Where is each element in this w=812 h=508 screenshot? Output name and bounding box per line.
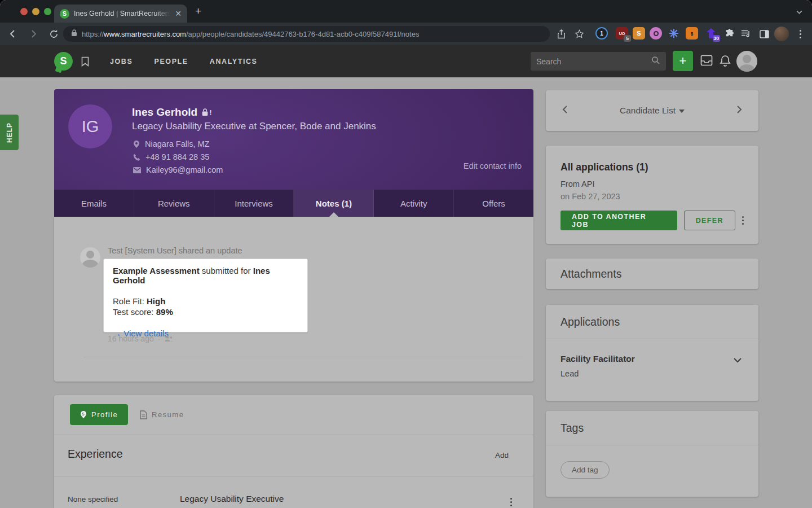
app-navbar: S JOBS PEOPLE ANALYTICS + <box>0 45 812 77</box>
search-icon <box>651 56 660 67</box>
purple-arrow-extension-icon[interactable]: 30 <box>705 27 717 40</box>
tab-search-chevron-icon[interactable] <box>796 8 803 18</box>
shield-extension-icon[interactable]: UO5 <box>616 27 628 40</box>
candidate-list-nav-card: Candidate List <box>546 90 758 131</box>
tab-activity[interactable]: Activity <box>374 190 454 217</box>
media-playlist-icon[interactable] <box>738 25 754 42</box>
meta-separator: · <box>158 334 161 343</box>
phone-icon <box>133 154 140 161</box>
contact-info: Niagara Falls, MZ +48 91 884 28 35 Kaile… <box>133 139 223 174</box>
side-panel-icon[interactable] <box>756 25 773 42</box>
help-tab[interactable]: HELP <box>0 115 19 150</box>
location-pin-icon <box>133 140 140 148</box>
candidate-location: Niagara Falls, MZ <box>133 139 223 148</box>
shared-people-icon <box>164 335 173 342</box>
browser-menu-kebab-icon[interactable] <box>792 25 809 42</box>
note-author-avatar <box>80 247 100 268</box>
attachments-title: Attachments <box>561 268 621 281</box>
search-input[interactable] <box>536 57 651 66</box>
screen: S Ines Gerhold | SmartRecruiters ✕ + htt… <box>0 0 812 508</box>
edit-contact-info-link[interactable]: Edit contact info <box>464 161 522 170</box>
svg-text:S: S <box>82 412 85 416</box>
smartrecruiters-logo[interactable]: S <box>54 52 73 71</box>
tab-emails[interactable]: Emails <box>54 190 134 217</box>
experience-row-kebab-icon[interactable] <box>510 498 512 506</box>
bookmark-star-icon[interactable] <box>571 25 588 42</box>
note-meta: 16 hours ago · <box>108 334 173 343</box>
minimize-window-button[interactable] <box>32 8 39 15</box>
tags-card: Tags Add tag <box>546 411 758 497</box>
pink-circle-extension-icon[interactable] <box>650 27 662 40</box>
profile-tab-bar: Emails Reviews Interviews Notes (1) Acti… <box>54 190 533 217</box>
address-bar[interactable]: https://www.smartrecruiters.com/app/peop… <box>63 26 550 42</box>
extensions-puzzle-icon[interactable] <box>723 27 735 40</box>
global-search[interactable] <box>531 52 666 71</box>
add-tag-button[interactable]: Add tag <box>561 461 610 479</box>
all-applications-title: All applications (1) <box>561 161 744 173</box>
new-tab-button[interactable]: + <box>195 7 201 16</box>
expand-application-chevron-icon[interactable] <box>734 355 742 365</box>
inbox-tray-icon[interactable] <box>700 55 713 68</box>
candidate-phone: +48 91 884 28 35 <box>133 152 223 161</box>
share-icon[interactable] <box>553 25 570 42</box>
divider <box>54 476 533 476</box>
notifications-bell-icon[interactable] <box>720 55 731 69</box>
experience-add-link[interactable]: Add <box>495 451 509 459</box>
application-date: on Feb 27, 2023 <box>561 192 744 201</box>
candidate-headline: Legacy Usability Executive at Spencer, B… <box>132 121 376 132</box>
candidate-name: Ines Gerhold ! <box>132 106 211 119</box>
browser-tab[interactable]: S Ines Gerhold | SmartRecruiters ✕ <box>54 5 187 23</box>
note-header: Test [System User] shared an update <box>108 246 242 255</box>
experience-section-title: Experience <box>68 448 123 461</box>
nav-item-people[interactable]: PEOPLE <box>143 58 198 65</box>
bookmark-icon[interactable] <box>81 56 89 67</box>
caret-down-icon <box>679 110 685 113</box>
next-candidate-chevron-icon[interactable] <box>736 105 743 116</box>
note-test-score: Test score: 89% <box>113 307 298 317</box>
window-controls[interactable] <box>20 8 51 15</box>
previous-candidate-chevron-icon[interactable] <box>562 105 568 116</box>
candidate-list-dropdown[interactable]: Candidate List <box>546 106 758 116</box>
tab-interviews[interactable]: Interviews <box>214 190 294 217</box>
application-stage: Lead <box>561 369 744 378</box>
user-avatar[interactable] <box>736 51 757 72</box>
nav-item-jobs[interactable]: JOBS <box>99 58 143 65</box>
tab-offers[interactable]: Offers <box>454 190 533 217</box>
profile-details-card: S Profile Resume Experience Add None spe… <box>54 395 533 508</box>
password-manager-extension-icon[interactable]: 1 <box>595 27 608 40</box>
resume-doc-icon <box>140 410 147 419</box>
tab-reviews[interactable]: Reviews <box>134 190 214 217</box>
notes-panel: Test [System User] shared an update Exam… <box>54 217 533 382</box>
orange-8-extension-icon[interactable]: ৪ <box>686 27 698 40</box>
application-job-title[interactable]: Facility Facilitator <box>561 354 744 364</box>
close-tab-icon[interactable]: ✕ <box>175 10 182 17</box>
profile-pin-icon: S <box>80 410 87 419</box>
lock-icon <box>71 29 77 39</box>
back-button[interactable] <box>5 25 21 42</box>
refresh-button[interactable] <box>45 25 62 42</box>
tab-notes[interactable]: Notes (1) <box>294 190 374 217</box>
close-window-button[interactable] <box>20 8 28 15</box>
defer-button[interactable]: DEFER <box>684 211 735 230</box>
profile-toggle-button[interactable]: S Profile <box>70 404 128 425</box>
forward-button[interactable] <box>25 25 42 42</box>
blue-asterisk-extension-icon[interactable] <box>668 27 680 40</box>
browser-tabstrip: S Ines Gerhold | SmartRecruiters ✕ + <box>0 0 812 23</box>
add-to-another-job-button[interactable]: ADD TO ANOTHER JOB <box>561 211 677 230</box>
applications-card: Applications Facility Facilitator Lead <box>546 305 758 401</box>
nav-item-analytics[interactable]: ANALYTICS <box>199 58 268 65</box>
note-timestamp: 16 hours ago <box>108 334 154 343</box>
privacy-lock-icon: ! <box>201 108 211 117</box>
divider <box>54 435 533 435</box>
browser-profile-avatar[interactable] <box>774 27 789 41</box>
zoom-window-button[interactable] <box>44 8 51 15</box>
add-new-button[interactable]: + <box>673 51 693 71</box>
all-applications-card: All applications (1) From API on Feb 27,… <box>546 146 758 244</box>
applications-kebab-icon[interactable] <box>742 216 744 225</box>
smartrecruiters-favicon: S <box>60 9 69 19</box>
orange-s-extension-icon[interactable]: S <box>633 27 645 40</box>
assessment-note-card: Example Assessment submitted for Ines Ge… <box>103 259 308 332</box>
resume-toggle-button[interactable]: Resume <box>140 404 184 425</box>
candidate-email: Kailey96@gmail.com <box>133 165 223 174</box>
applications-title: Applications <box>561 316 620 329</box>
